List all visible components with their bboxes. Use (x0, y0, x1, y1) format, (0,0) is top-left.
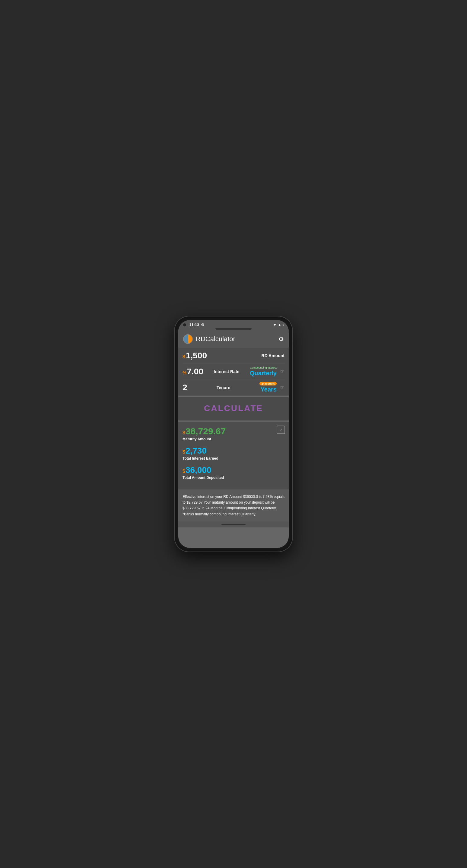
quarterly-value[interactable]: Quarterly (250, 370, 276, 377)
share-button[interactable]: ↗ (276, 426, 285, 434)
settings-gear-icon[interactable]: ⚙ (279, 336, 284, 343)
results-section: ↗ $ 38,729.67 Maturity Amount $ 2,730 To… (178, 422, 289, 489)
total-deposited-item: $ 36,000 Total Amount Deposited (182, 465, 285, 480)
months-badge: 24 Months (259, 382, 276, 385)
interest-dollar: $ (182, 450, 185, 455)
tenure-row: 2 Tenure 24 Months Years ☞ (182, 379, 285, 396)
app-header-left: RDCalculator (183, 334, 235, 344)
camera-dot (183, 323, 186, 327)
app-header: RDCalculator ⚙ (178, 332, 289, 347)
section-divider-3 (178, 421, 289, 421)
status-bar: 11:13 ⚙ ▼ ▲ ▪ (178, 320, 289, 328)
share-icon: ↗ (279, 427, 283, 432)
phone-device: 11:13 ⚙ ▼ ▲ ▪ RDCalculator (175, 316, 292, 552)
section-divider-2 (178, 396, 289, 396)
interest-rate-value[interactable]: 7.00 (187, 367, 203, 376)
phone-screen: 11:13 ⚙ ▼ ▲ ▪ RDCalculator (178, 320, 289, 548)
tenure-label: Tenure (216, 385, 231, 390)
total-interest-value: 2,730 (185, 446, 207, 456)
percent-symbol: % (182, 370, 186, 375)
total-deposited-label: Total Amount Deposited (182, 475, 285, 480)
rd-amount-label: RD Amount (262, 353, 285, 358)
wifi-icon: ▼ (273, 323, 276, 327)
home-indicator (222, 524, 245, 525)
maturity-amount-label: Maturity Amount (182, 437, 285, 441)
status-left: 11:13 ⚙ (183, 322, 205, 327)
touch-icon-2: ☞ (280, 384, 285, 390)
camera-bar (178, 328, 289, 332)
maturity-dollar: $ (182, 430, 185, 435)
summary-text: Effective interest on your RD Amount $36… (182, 494, 285, 517)
total-interest-value-group: $ 2,730 (182, 446, 285, 456)
years-value[interactable]: Years (261, 386, 276, 393)
status-time: 11:13 (189, 322, 199, 327)
calculate-button[interactable]: CALCULATE (182, 401, 285, 415)
maturity-amount-value: 38,729.67 (185, 426, 226, 436)
maturity-amount-item: $ 38,729.67 Maturity Amount (182, 426, 285, 441)
status-icons: ▼ ▲ ▪ (273, 323, 284, 327)
app-title-bold: RD (196, 335, 205, 343)
tenure-value-group: 2 (182, 383, 187, 393)
rd-currency-symbol: $ (182, 354, 185, 360)
compounding-inner: Compounding Interest Quarterly (250, 366, 276, 377)
app-title-normal: Calculator (205, 335, 235, 343)
input-section: $ 1,500 RD Amount % 7.00 Interest Rate C… (178, 348, 289, 396)
compounding-interest-label: Compounding Interest (250, 366, 276, 369)
rd-amount-value[interactable]: 1,500 (186, 351, 207, 361)
total-interest-label: Total Interest Earned (182, 456, 285, 461)
interest-rate-row: % 7.00 Interest Rate Compounding Interes… (182, 364, 285, 379)
interest-rate-label: Interest Rate (214, 369, 239, 374)
deposited-dollar: $ (182, 469, 185, 474)
compounding-group: Compounding Interest Quarterly ☞ (250, 366, 285, 377)
total-deposited-value: 36,000 (185, 465, 211, 475)
summary-section: Effective interest on your RD Amount $36… (178, 490, 289, 521)
rd-amount-value-group: $ 1,500 (182, 351, 207, 361)
interest-rate-value-group: % 7.00 (182, 367, 203, 376)
touch-icon-1: ☞ (280, 369, 285, 374)
status-gear-icon: ⚙ (201, 322, 205, 327)
calculate-section: CALCULATE (178, 397, 289, 420)
status-right: ▼ ▲ ▪ (273, 323, 284, 327)
rd-amount-row: $ 1,500 RD Amount (182, 348, 285, 364)
signal-icon: ▲ (278, 323, 282, 327)
tenure-label-inner: 24 Months Years (259, 382, 276, 393)
battery-icon: ▪ (283, 323, 284, 327)
app-icon (183, 334, 193, 344)
tenure-value[interactable]: 2 (182, 383, 187, 393)
camera-bump (215, 328, 252, 330)
app-title: RDCalculator (196, 335, 235, 343)
bottom-bar (178, 521, 289, 527)
tenure-right-group: 24 Months Years ☞ (259, 382, 285, 393)
total-interest-item: $ 2,730 Total Interest Earned (182, 446, 285, 461)
maturity-amount-value-group: $ 38,729.67 (182, 426, 285, 436)
total-deposited-value-group: $ 36,000 (182, 465, 285, 475)
